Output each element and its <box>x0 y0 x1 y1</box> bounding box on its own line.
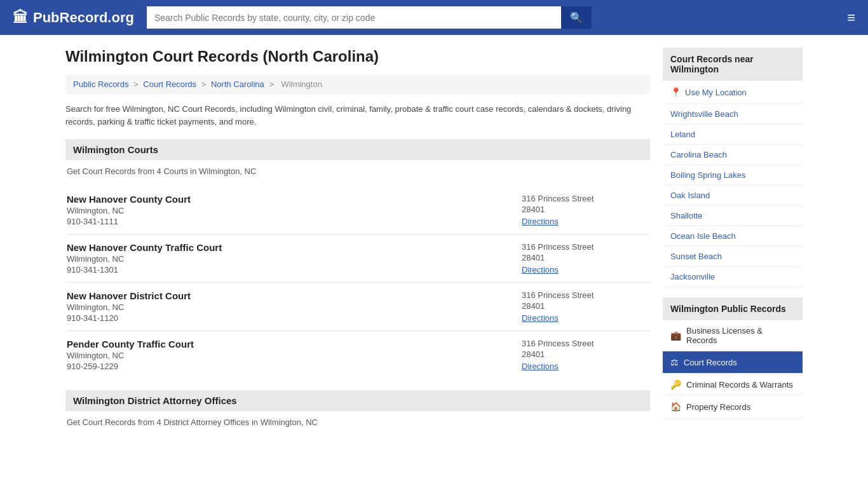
search-area: 🔍 <box>147 6 592 29</box>
sidebar-item-ocean-isle-beach[interactable]: Ocean Isle Beach <box>663 226 803 247</box>
court-zip: 28401 <box>522 253 649 262</box>
record-label: Court Records <box>684 358 737 367</box>
key-icon: 🔑 <box>670 379 681 390</box>
court-info-right: 316 Princess Street 28401 Directions <box>522 242 649 274</box>
breadcrumb-public-records[interactable]: Public Records <box>73 79 128 89</box>
court-street: 316 Princess Street <box>522 194 649 203</box>
court-phone: 910-341-1120 <box>67 313 191 323</box>
court-name: New Hanover County Traffic Court <box>67 242 222 253</box>
scales-icon: ⚖ <box>670 357 679 367</box>
sidebar-item-boiling-spring-lakes[interactable]: Boiling Spring Lakes <box>663 165 803 186</box>
table-row: New Hanover District Court Wilmington, N… <box>65 283 650 331</box>
court-city: Wilmington, NC <box>67 254 222 264</box>
records-links-list: 💼 Business Licenses & Records ⚖ Court Re… <box>663 320 803 418</box>
record-label: Property Records <box>686 402 750 412</box>
table-row: New Hanover County Court Wilmington, NC … <box>65 186 650 234</box>
logo-icon: 🏛 <box>13 9 28 27</box>
table-row: New Hanover County Traffic Court Wilming… <box>65 234 650 283</box>
directions-link[interactable]: Directions <box>522 265 649 274</box>
court-street: 316 Princess Street <box>522 290 649 300</box>
directions-link[interactable]: Directions <box>522 362 649 371</box>
court-city: Wilmington, NC <box>67 302 191 312</box>
court-info-left: New Hanover County Traffic Court Wilming… <box>67 242 222 274</box>
main-container: Wilmington Court Records (North Carolina… <box>53 35 815 450</box>
directions-link[interactable]: Directions <box>522 313 649 323</box>
da-section: Wilmington District Attorney Offices Get… <box>65 390 650 427</box>
public-records-title: Wilmington Public Records <box>663 297 803 320</box>
public-records-section: Wilmington Public Records 💼 Business Lic… <box>663 297 803 418</box>
breadcrumb-wilmington: Wilmington <box>281 79 322 89</box>
search-button[interactable]: 🔍 <box>561 6 592 29</box>
sidebar-item-criminal-records[interactable]: 🔑 Criminal Records & Warrants <box>663 374 803 396</box>
court-name: New Hanover District Court <box>67 290 191 301</box>
sidebar-item-oak-island[interactable]: Oak Island <box>663 186 803 206</box>
hamburger-icon: ≡ <box>847 10 855 25</box>
nearby-cities-list: Wrightsville Beach Leland Carolina Beach… <box>663 104 803 287</box>
record-label: Criminal Records & Warrants <box>686 380 793 390</box>
briefcase-icon: 💼 <box>670 330 681 341</box>
courts-section-subtext: Get Court Records from 4 Courts in Wilmi… <box>65 166 650 176</box>
sidebar-item-sunset-beach[interactable]: Sunset Beach <box>663 247 803 267</box>
court-street: 316 Princess Street <box>522 339 649 348</box>
court-info-right: 316 Princess Street 28401 Directions <box>522 194 649 226</box>
court-zip: 28401 <box>522 349 649 359</box>
sidebar-nearby-title: Court Records near Wilmington <box>663 48 803 81</box>
logo-link[interactable]: 🏛 PubRecord.org <box>13 9 134 27</box>
home-icon: 🏠 <box>670 402 681 412</box>
use-location-label: Use My Location <box>685 88 747 97</box>
da-section-subtext: Get Court Records from 4 District Attorn… <box>65 417 650 427</box>
sidebar-item-carolina-beach[interactable]: Carolina Beach <box>663 145 803 165</box>
sidebar-item-jacksonville[interactable]: Jacksonville <box>663 267 803 287</box>
site-header: 🏛 PubRecord.org 🔍 ≡ <box>0 0 868 35</box>
sidebar-item-business-licenses[interactable]: 💼 Business Licenses & Records <box>663 320 803 351</box>
da-section-header: Wilmington District Attorney Offices <box>65 390 650 411</box>
breadcrumb: Public Records > Court Records > North C… <box>65 74 650 94</box>
court-city: Wilmington, NC <box>67 351 194 360</box>
sidebar-item-property-records[interactable]: 🏠 Property Records <box>663 396 803 418</box>
logo-text: PubRecord.org <box>33 10 134 26</box>
court-zip: 28401 <box>522 301 649 311</box>
courts-section-header: Wilmington Courts <box>65 139 650 160</box>
court-name: New Hanover County Court <box>67 194 191 205</box>
court-info-right: 316 Princess Street 28401 Directions <box>522 290 649 323</box>
court-phone: 910-341-1111 <box>67 217 191 226</box>
use-location-button[interactable]: 📍 Use My Location <box>663 81 803 104</box>
directions-link[interactable]: Directions <box>522 217 649 226</box>
record-label: Business Licenses & Records <box>686 326 795 345</box>
court-phone: 910-259-1229 <box>67 362 194 371</box>
sidebar-item-leland[interactable]: Leland <box>663 125 803 145</box>
court-zip: 28401 <box>522 205 649 214</box>
menu-button[interactable]: ≡ <box>847 10 855 26</box>
sidebar-item-shallotte[interactable]: Shallotte <box>663 206 803 226</box>
court-phone: 910-341-1301 <box>67 265 222 274</box>
sidebar-item-wrightsville-beach[interactable]: Wrightsville Beach <box>663 104 803 125</box>
content-area: Wilmington Court Records (North Carolina… <box>65 48 650 437</box>
breadcrumb-north-carolina[interactable]: North Carolina <box>211 79 264 89</box>
sidebar-item-court-records[interactable]: ⚖ Court Records <box>663 351 803 374</box>
search-icon: 🔍 <box>570 12 583 23</box>
court-street: 316 Princess Street <box>522 242 649 252</box>
table-row: Pender County Traffic Court Wilmington, … <box>65 331 650 379</box>
breadcrumb-court-records[interactable]: Court Records <box>143 79 196 89</box>
court-info-left: Pender County Traffic Court Wilmington, … <box>67 339 194 371</box>
location-icon: 📍 <box>670 87 681 97</box>
search-input[interactable] <box>147 6 561 29</box>
court-city: Wilmington, NC <box>67 206 191 215</box>
court-info-right: 316 Princess Street 28401 Directions <box>522 339 649 371</box>
page-description: Search for free Wilmington, NC Court Rec… <box>65 103 650 128</box>
court-name: Pender County Traffic Court <box>67 339 194 349</box>
courts-list: New Hanover County Court Wilmington, NC … <box>65 186 650 379</box>
page-title: Wilmington Court Records (North Carolina… <box>65 48 650 65</box>
sidebar: Court Records near Wilmington 📍 Use My L… <box>663 48 803 437</box>
court-info-left: New Hanover District Court Wilmington, N… <box>67 290 191 323</box>
court-info-left: New Hanover County Court Wilmington, NC … <box>67 194 191 226</box>
